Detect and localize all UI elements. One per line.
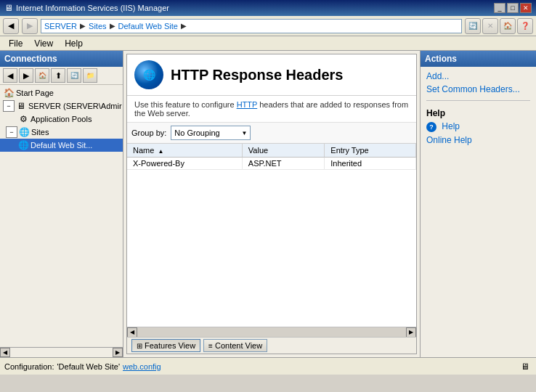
help-link[interactable]: ? Help [426, 120, 530, 134]
group-dropdown-arrow: ▼ [241, 130, 247, 136]
feature-globe-icon: 🌐 [134, 60, 163, 89]
stop-button[interactable]: ✕ [482, 18, 498, 34]
status-right: 🖥 [519, 360, 532, 373]
content-area: 🌐 HTTP Response Headers Use this feature… [123, 51, 420, 357]
title-bar-left: 🖥 Internet Information Services (IIS) Ma… [4, 3, 169, 13]
table-scrollbar[interactable]: ◀ ▶ [127, 327, 416, 337]
back-button[interactable]: ◀ [3, 18, 19, 34]
sites-expand-icon[interactable]: − [6, 126, 17, 138]
feature-title: HTTP Response Headers [171, 67, 344, 83]
tree-item-app-pools[interactable]: ⚙ Application Pools [0, 113, 123, 126]
start-page-icon: 🏠 [3, 87, 15, 99]
actions-header: Actions [421, 51, 536, 67]
status-prefix: Configuration: [4, 362, 54, 371]
conn-home-btn[interactable]: 🏠 [35, 68, 49, 83]
actions-panel: Actions Add... Set Common Headers... Hel… [420, 51, 536, 357]
col-value[interactable]: Value [242, 144, 324, 158]
breadcrumb-sep3: ▶ [181, 22, 187, 30]
set-common-headers-link[interactable]: Set Common Headers... [426, 83, 530, 96]
content-view-icon: ≡ [208, 342, 213, 350]
group-bar: Group by: No Grouping ▼ [127, 123, 416, 144]
conn-refresh-btn[interactable]: 🔄 [67, 68, 81, 83]
status-icon-1[interactable]: 🖥 [519, 360, 532, 373]
conn-scroll-track[interactable] [10, 348, 113, 357]
action-separator [426, 100, 530, 101]
conn-folder-btn[interactable]: 📁 [83, 68, 97, 83]
add-action-link[interactable]: Add... [426, 70, 530, 83]
refresh-button[interactable]: 🔄 [465, 18, 481, 34]
connections-tree: 🏠 Start Page − 🖥 SERVER (SERVER\Admir ⚙ … [0, 85, 123, 347]
breadcrumb-server[interactable]: SERVER [44, 22, 77, 30]
server-expand-icon[interactable]: − [3, 100, 15, 112]
conn-up-btn[interactable]: ⬆ [51, 68, 65, 83]
title-controls: _ □ ✕ [494, 3, 532, 13]
breadcrumb-sites[interactable]: Sites [89, 22, 106, 30]
server-label: SERVER (SERVER\Admir [28, 102, 122, 110]
status-config-link[interactable]: web.config [123, 362, 161, 371]
maximize-button[interactable]: □ [507, 3, 519, 13]
main-layout: Connections ◀ ▶ 🏠 ⬆ 🔄 📁 🏠 Start Page − 🖥… [0, 51, 536, 357]
feature-table: Name ▲ Value Entry Type [127, 144, 416, 327]
sort-arrow-name: ▲ [158, 148, 163, 155]
home-button[interactable]: 🏠 [500, 18, 516, 34]
menu-file[interactable]: File [3, 37, 28, 50]
breadcrumb-sep1: ▶ [80, 22, 86, 30]
conn-scroll-right[interactable]: ▶ [113, 348, 123, 357]
feature-area: 🌐 HTTP Response Headers Use this feature… [126, 54, 417, 354]
help-button[interactable]: ❓ [517, 18, 533, 34]
minimize-button[interactable]: _ [494, 3, 505, 13]
default-site-icon: 🌐 [17, 139, 29, 151]
app-pools-label: Application Pools [31, 115, 92, 123]
breadcrumb-sep2: ▶ [110, 22, 115, 30]
content-view-button[interactable]: ≡ Content View [203, 339, 267, 352]
cell-name: X-Powered-By [127, 158, 242, 170]
hscroll-right[interactable]: ▶ [406, 327, 416, 338]
app-icon: 🖥 [4, 3, 13, 13]
server-icon: 🖥 [15, 100, 27, 112]
forward-button[interactable]: ▶ [22, 18, 38, 34]
menu-help[interactable]: Help [59, 37, 89, 50]
address-right: 🔄 ✕ 🏠 ❓ [465, 18, 533, 34]
conn-forward-btn[interactable]: ▶ [19, 68, 33, 83]
group-by-select[interactable]: No Grouping ▼ [171, 126, 251, 140]
col-entry-type[interactable]: Entry Type [325, 144, 416, 158]
title-bar: 🖥 Internet Information Services (IIS) Ma… [0, 0, 536, 16]
connections-panel: Connections ◀ ▶ 🏠 ⬆ 🔄 📁 🏠 Start Page − 🖥… [0, 51, 123, 357]
tree-item-server[interactable]: − 🖥 SERVER (SERVER\Admir [0, 99, 123, 113]
feature-footer: ⊞ Features View ≡ Content View [127, 337, 416, 354]
tree-item-sites[interactable]: − 🌐 Sites [0, 126, 123, 139]
table-row[interactable]: X-Powered-By ASP.NET Inherited [127, 158, 416, 170]
close-button[interactable]: ✕ [520, 3, 532, 13]
connections-header: Connections [0, 51, 123, 67]
features-view-label: Features View [145, 341, 195, 350]
http-link[interactable]: HTTP [237, 100, 258, 109]
hscroll-left[interactable]: ◀ [127, 327, 137, 338]
help-section-label: Help [426, 105, 530, 120]
col-name[interactable]: Name ▲ [127, 144, 242, 158]
breadcrumb-site[interactable]: Default Web Site [118, 22, 178, 30]
feature-description: Use this feature to configure HTTP heade… [127, 96, 416, 123]
cell-entry-type: Inherited [325, 158, 416, 170]
default-site-label: Default Web Sit... [31, 141, 92, 150]
group-by-label: Group by: [131, 128, 166, 137]
conn-scroll-left[interactable]: ◀ [0, 348, 10, 357]
menu-bar: File View Help [0, 36, 536, 51]
connections-scrollbar[interactable]: ◀ ▶ [0, 347, 123, 357]
start-page-label: Start Page [16, 89, 54, 97]
tree-item-default-site[interactable]: 🌐 Default Web Sit... [0, 139, 123, 152]
address-bar: ◀ ▶ SERVER ▶ Sites ▶ Default Web Site ▶ … [0, 16, 536, 36]
feature-header: 🌐 HTTP Response Headers [127, 54, 416, 96]
menu-view[interactable]: View [28, 37, 59, 50]
help-icon: ? [426, 122, 436, 132]
status-bar: Configuration: 'Default Web Site' web.co… [0, 357, 536, 375]
hscroll-track[interactable] [137, 327, 406, 338]
online-help-link[interactable]: Online Help [426, 134, 530, 147]
tree-item-start-page[interactable]: 🏠 Start Page [0, 86, 123, 99]
conn-back-btn[interactable]: ◀ [3, 68, 17, 83]
table-header-row: Name ▲ Value Entry Type [127, 144, 416, 158]
features-view-button[interactable]: ⊞ Features View [131, 339, 200, 352]
cell-value: ASP.NET [242, 158, 324, 170]
features-view-icon: ⊞ [137, 342, 142, 350]
address-field: SERVER ▶ Sites ▶ Default Web Site ▶ [41, 19, 462, 33]
connections-toolbar: ◀ ▶ 🏠 ⬆ 🔄 📁 [0, 67, 123, 85]
